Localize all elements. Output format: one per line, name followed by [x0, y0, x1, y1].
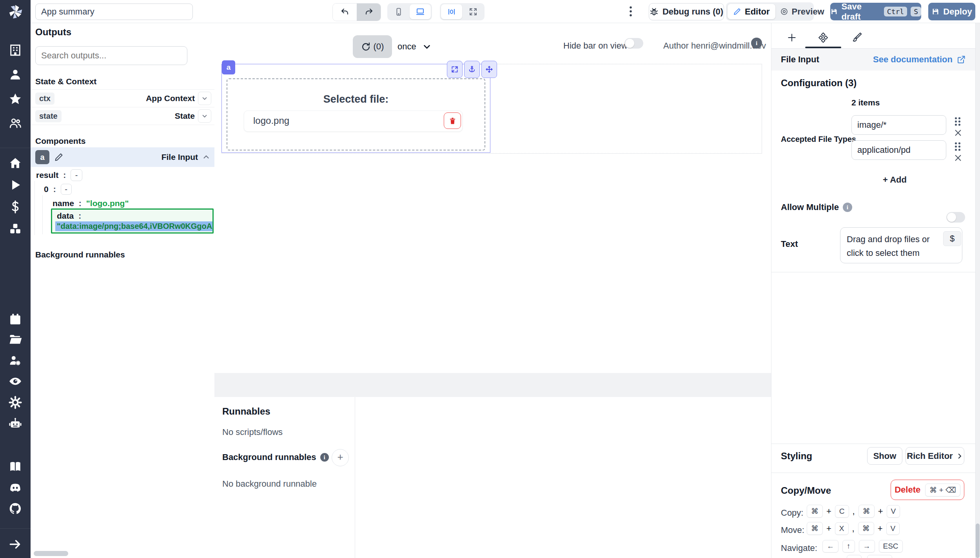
- kbd-v: V: [887, 505, 900, 518]
- debug-runs-button[interactable]: Debug runs (0): [649, 3, 724, 20]
- allow-multiple-info-icon[interactable]: i: [843, 203, 852, 212]
- home-icon[interactable]: [9, 156, 22, 170]
- navigate-shortcut-label: Navigate:: [781, 543, 817, 553]
- ctx-type-label: App Context: [146, 94, 195, 103]
- background-runnables-label: Background runnables: [222, 452, 316, 462]
- add-background-runnable-button[interactable]: +: [332, 449, 349, 466]
- section-divider: [771, 444, 975, 444]
- deploy-button[interactable]: Deploy: [928, 3, 975, 20]
- more-menu-icon[interactable]: [626, 5, 636, 17]
- background-runnables-title: Background runnables: [35, 250, 125, 259]
- tab-styling[interactable]: [848, 29, 867, 46]
- delete-label: Delete: [895, 485, 920, 495]
- ctx-row[interactable]: ctx App Context: [31, 90, 214, 107]
- runnables-title: Runnables: [222, 406, 270, 417]
- user-icon[interactable]: [9, 68, 22, 81]
- schedules-icon[interactable]: [9, 313, 22, 326]
- component-list-item[interactable]: a File Input: [31, 147, 214, 167]
- hide-bar-toggle[interactable]: [624, 38, 643, 49]
- discord-icon[interactable]: [9, 481, 22, 495]
- remove-item-icon[interactable]: [954, 129, 962, 137]
- state-expand-button[interactable]: [198, 109, 211, 123]
- background-runnables-header: Background runnables i: [222, 452, 329, 462]
- brush-tab-icon: [853, 33, 863, 43]
- rich-editor-button[interactable]: Rich Editor: [906, 447, 964, 465]
- delete-kbd: ⌘ + ⌫: [925, 484, 960, 496]
- save-draft-button[interactable]: Save draft Ctrl S: [830, 3, 921, 20]
- move-component-button[interactable]: [481, 61, 497, 78]
- tab-insert-component[interactable]: [782, 29, 801, 46]
- redo-button[interactable]: [357, 4, 381, 21]
- section-divider: [771, 272, 975, 272]
- allow-multiple-toggle[interactable]: [946, 212, 965, 223]
- show-styling-button[interactable]: Show: [867, 447, 902, 465]
- chevron-up-icon[interactable]: [202, 153, 211, 161]
- runs-icon[interactable]: [9, 178, 22, 192]
- editor-tab[interactable]: Editor: [728, 4, 775, 19]
- settings-icon[interactable]: [9, 396, 22, 409]
- workspace-icon[interactable]: [9, 43, 22, 57]
- external-link-icon[interactable]: [956, 55, 966, 64]
- desktop-view-button[interactable]: [410, 4, 431, 19]
- delete-component-button[interactable]: Delete ⌘ + ⌫: [891, 480, 964, 500]
- anchor-component-button[interactable]: [464, 61, 480, 78]
- undo-button[interactable]: [333, 4, 357, 21]
- accepted-type-input-1[interactable]: [851, 115, 946, 135]
- component-header-bar: File Input See documentation: [771, 49, 975, 71]
- collapse-zero-button[interactable]: -: [61, 184, 72, 195]
- state-row[interactable]: state State: [31, 107, 214, 125]
- collapse-result-button[interactable]: -: [71, 169, 82, 181]
- groups-icon[interactable]: [9, 116, 22, 130]
- ai-icon[interactable]: [9, 417, 22, 430]
- audit-logs-icon[interactable]: [9, 375, 22, 388]
- author-info-icon[interactable]: i: [751, 38, 762, 49]
- see-documentation-link[interactable]: See documentation: [873, 54, 953, 65]
- plus-joiner: +: [826, 524, 831, 534]
- tab-component-settings[interactable]: [814, 29, 833, 46]
- app-summary-input[interactable]: [35, 4, 193, 20]
- save-icon: [830, 7, 838, 16]
- chevron-down-icon: [201, 95, 208, 102]
- recompute-button[interactable]: (0): [353, 35, 392, 58]
- search-outputs-input[interactable]: [35, 46, 187, 65]
- ctx-expand-button[interactable]: [198, 92, 211, 105]
- accepted-type-input-2[interactable]: [851, 140, 946, 160]
- drag-handle-icon[interactable]: [953, 142, 962, 151]
- expand-component-button[interactable]: [447, 61, 463, 78]
- text-setting-input[interactable]: Drag and drop files or click to select t…: [840, 227, 962, 263]
- active-tab-underline: [805, 47, 841, 48]
- layout-toggle-group: [440, 3, 485, 20]
- preview-tab[interactable]: Preview: [775, 4, 829, 19]
- docs-icon[interactable]: [9, 460, 22, 473]
- center-layout-icon: [447, 7, 456, 16]
- collapse-sidebar-icon[interactable]: [9, 538, 22, 551]
- connect-input-button[interactable]: $: [943, 231, 961, 246]
- background-runnables-info-icon[interactable]: i: [320, 453, 329, 462]
- outputs-hscrollbar-thumb[interactable]: [34, 551, 68, 556]
- undo-redo-group: [332, 3, 381, 21]
- center-layout-button[interactable]: [441, 4, 462, 19]
- favorites-icon[interactable]: [9, 92, 22, 105]
- github-icon[interactable]: [9, 502, 22, 515]
- windmill-logo[interactable]: [6, 3, 24, 21]
- variables-icon[interactable]: [9, 200, 22, 214]
- edit-component-icon[interactable]: [54, 152, 64, 162]
- folders-icon[interactable]: [9, 333, 22, 346]
- preview-icon: [780, 7, 788, 16]
- drag-handle-icon[interactable]: [953, 117, 962, 126]
- workers-icon[interactable]: [9, 354, 22, 367]
- move-shortcut-label: Move:: [781, 525, 804, 535]
- resources-icon[interactable]: [9, 222, 22, 236]
- add-item-button[interactable]: + Add: [883, 175, 907, 185]
- panel-scrollbar-thumb[interactable]: [976, 524, 980, 558]
- kbd-cmd: ⌘: [858, 522, 874, 535]
- configuration-title: Configuration (3): [781, 78, 857, 89]
- tree-zero-row: 0 : -: [44, 183, 72, 195]
- remove-item-icon[interactable]: [954, 154, 962, 162]
- selected-data-node[interactable]: data : "data:image/png;base64,iVBORw0KGg…: [51, 208, 214, 234]
- recompute-mode-select[interactable]: once: [397, 39, 432, 54]
- full-width-button[interactable]: [463, 4, 483, 19]
- panel-scrollbar-track[interactable]: [975, 23, 980, 558]
- remove-file-button[interactable]: [444, 112, 461, 129]
- mobile-view-button[interactable]: [388, 4, 409, 19]
